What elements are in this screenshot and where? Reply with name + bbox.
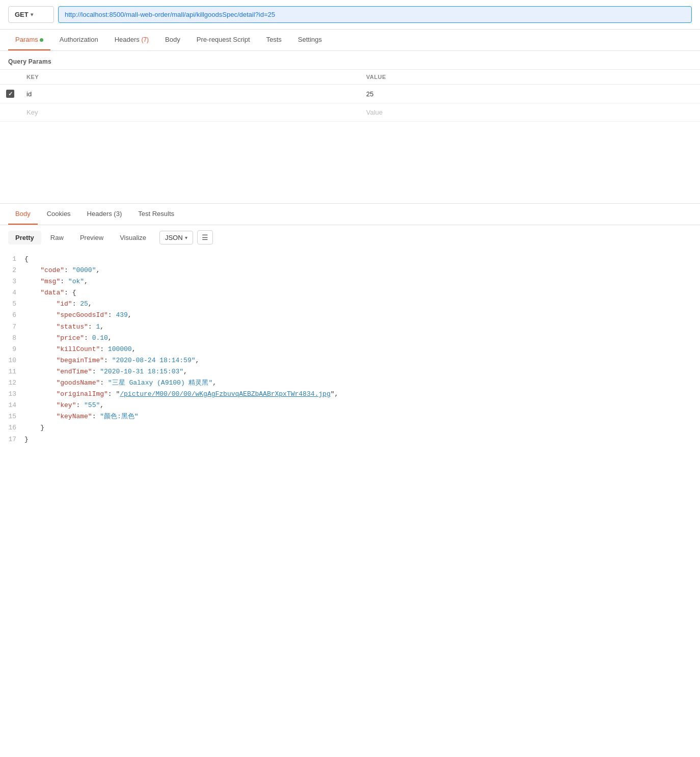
json-line-16: 16 }	[0, 422, 700, 434]
format-visualize-button[interactable]: Visualize	[113, 231, 153, 245]
params-table: KEY VALUE id 25 Key	[0, 69, 700, 122]
tab-settings[interactable]: Settings	[291, 30, 329, 50]
tab-body-label: Body	[165, 36, 180, 43]
response-cookies-label: Cookies	[47, 210, 71, 218]
format-type-label: JSON	[165, 234, 183, 241]
line-content-15: "keyName": "颜色:黑色"	[24, 411, 696, 422]
format-bar: Pretty Raw Preview Visualize JSON ▾ ☰	[0, 225, 700, 250]
line-content-11: "endTime": "2020-10-31 18:15:03",	[24, 366, 696, 377]
line-content-13: "originalImg": "/picture/M00/00/00/wKgAg…	[24, 389, 696, 400]
table-row-empty: Key Value	[0, 103, 700, 122]
line-content-6: "specGoodsId": 439,	[24, 310, 696, 321]
json-line-1: 1 {	[0, 254, 700, 265]
line-num-15: 15	[4, 411, 24, 422]
line-content-9: "killCount": 100000,	[24, 344, 696, 355]
original-img-link[interactable]: /picture/M00/00/00/wKgAgFzbuvqAEBZbAABrX…	[120, 390, 330, 398]
line-num-10: 10	[4, 355, 24, 366]
line-num-12: 12	[4, 377, 24, 389]
method-label: GET	[15, 11, 29, 18]
format-raw-button[interactable]: Raw	[43, 231, 71, 245]
tab-body[interactable]: Body	[158, 30, 187, 50]
json-line-6: 6 "specGoodsId": 439,	[0, 310, 700, 321]
row-value-cell[interactable]: 25	[360, 85, 700, 103]
line-content-3: "msg": "ok",	[24, 276, 696, 287]
response-section: Body Cookies Headers (3) Test Results Pr…	[0, 203, 700, 449]
format-pretty-button[interactable]: Pretty	[8, 231, 41, 245]
line-content-10: "begainTime": "2020-08-24 18:14:59",	[24, 355, 696, 366]
response-headers-label: Headers (3)	[87, 210, 122, 218]
tab-settings-label: Settings	[298, 36, 322, 43]
line-content-17: }	[24, 434, 696, 445]
line-content-4: "data": {	[24, 287, 696, 299]
json-line-11: 11 "endTime": "2020-10-31 18:15:03",	[0, 366, 700, 377]
line-num-7: 7	[4, 321, 24, 333]
query-params-header: Query Params	[0, 51, 700, 69]
row-checkbox-cell	[0, 85, 20, 103]
tab-params-label: Params	[15, 36, 38, 43]
response-tab-headers[interactable]: Headers (3)	[80, 204, 129, 225]
line-content-5: "id": 25,	[24, 299, 696, 310]
line-num-3: 3	[4, 276, 24, 287]
line-num-8: 8	[4, 333, 24, 344]
json-line-14: 14 "key": "55",	[0, 400, 700, 411]
json-line-17: 17 }	[0, 434, 700, 445]
line-num-1: 1	[4, 254, 24, 265]
format-preview-button[interactable]: Preview	[73, 231, 111, 245]
line-content-7: "status": 1,	[24, 321, 696, 333]
tab-headers[interactable]: Headers (7)	[107, 30, 156, 50]
line-content-16: }	[24, 422, 696, 434]
json-line-3: 3 "msg": "ok",	[0, 276, 700, 287]
method-select[interactable]: GET ▾	[8, 6, 54, 23]
row-key-text: id	[26, 90, 32, 98]
empty-key-cell[interactable]: Key	[20, 103, 360, 122]
response-tab-cookies[interactable]: Cookies	[40, 204, 78, 225]
tab-headers-label: Headers (7)	[115, 36, 149, 43]
json-line-13: 13 "originalImg": "/picture/M00/00/00/wK…	[0, 389, 700, 400]
line-num-2: 2	[4, 265, 24, 276]
line-num-17: 17	[4, 434, 24, 445]
url-input[interactable]	[58, 6, 692, 23]
line-content-8: "price": 0.10,	[24, 333, 696, 344]
row-value-text: 25	[366, 90, 373, 98]
format-type-select[interactable]: JSON ▾	[159, 231, 193, 245]
row-key-cell[interactable]: id	[20, 85, 360, 103]
response-tab-body[interactable]: Body	[8, 204, 38, 225]
line-num-14: 14	[4, 400, 24, 411]
json-line-12: 12 "goodsName": "三星 Galaxy (A9100) 精灵黑",	[0, 377, 700, 389]
json-line-8: 8 "price": 0.10,	[0, 333, 700, 344]
col-value-header: VALUE	[360, 70, 700, 85]
tab-prerequest-label: Pre-request Script	[197, 36, 250, 43]
line-num-5: 5	[4, 299, 24, 310]
line-content-12: "goodsName": "三星 Galaxy (A9100) 精灵黑",	[24, 377, 696, 389]
line-num-11: 11	[4, 366, 24, 377]
json-line-4: 4 "data": {	[0, 287, 700, 299]
response-tab-testresults[interactable]: Test Results	[131, 204, 181, 225]
value-placeholder: Value	[366, 109, 383, 116]
json-line-7: 7 "status": 1,	[0, 321, 700, 333]
line-content-2: "code": "0000",	[24, 265, 696, 276]
table-row: id 25	[0, 85, 700, 103]
tab-tests[interactable]: Tests	[259, 30, 289, 50]
response-tabs: Body Cookies Headers (3) Test Results	[0, 204, 700, 225]
json-line-2: 2 "code": "0000",	[0, 265, 700, 276]
empty-space	[0, 122, 700, 203]
tab-authorization[interactable]: Authorization	[52, 30, 105, 50]
headers-badge: (7)	[141, 36, 149, 43]
wrap-button[interactable]: ☰	[197, 230, 213, 245]
col-check-header	[0, 70, 20, 85]
tab-params[interactable]: Params	[8, 30, 50, 50]
empty-value-cell[interactable]: Value	[360, 103, 700, 122]
method-chevron: ▾	[31, 12, 33, 17]
line-num-16: 16	[4, 422, 24, 434]
line-num-9: 9	[4, 344, 24, 355]
col-key-header: KEY	[20, 70, 360, 85]
json-line-10: 10 "begainTime": "2020-08-24 18:14:59",	[0, 355, 700, 366]
json-line-5: 5 "id": 25,	[0, 299, 700, 310]
row-checkbox[interactable]	[6, 90, 14, 98]
tab-prerequest[interactable]: Pre-request Script	[190, 30, 257, 50]
response-body-label: Body	[15, 210, 31, 218]
line-content-1: {	[24, 254, 696, 265]
line-num-6: 6	[4, 310, 24, 321]
format-chevron: ▾	[185, 235, 187, 240]
response-testresults-label: Test Results	[138, 210, 174, 218]
